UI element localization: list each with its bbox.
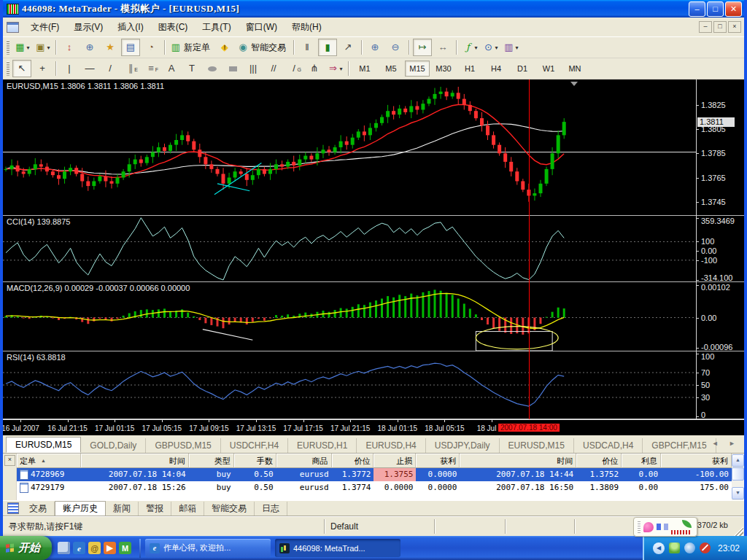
chart-line-button[interactable]: ↗ <box>338 39 357 56</box>
text-label-button[interactable]: T <box>182 60 201 77</box>
taskbar-button-browser-window[interactable]: e作单心得, 欢迎拍... <box>145 539 271 557</box>
terminal-scrollbar[interactable]: ▲ ▼ <box>732 454 744 500</box>
templates-button[interactable]: ▥▾ <box>501 39 520 56</box>
hide-icons-chevron-icon[interactable]: ◀ <box>653 542 665 554</box>
hline-button[interactable]: — <box>80 60 99 77</box>
ime-floatbar[interactable] <box>633 517 697 537</box>
menu-item-view[interactable]: 显示(V) <box>66 19 110 36</box>
chart-tab-usdcad-h4[interactable]: USDCAD,H4 <box>574 438 643 453</box>
chart-tab-eurusd-m15[interactable]: EURUSD,M15 <box>6 437 81 453</box>
parallel-lines-button[interactable]: // <box>264 60 283 77</box>
ime-keyboard-icon[interactable] <box>664 524 668 530</box>
terminal-close-icon[interactable]: × <box>4 455 15 466</box>
menu-item-help[interactable]: 帮助(H) <box>285 19 329 36</box>
column-header-4[interactable]: 商品 <box>276 454 332 468</box>
timeframe-d1-button[interactable]: D1 <box>510 61 535 77</box>
chart-tab-gbpchf-m15[interactable]: GBPCHF,M15 <box>643 438 716 453</box>
column-header-3[interactable]: 手数 <box>234 454 276 468</box>
taskbar-button-metatrader-window[interactable]: 446098: MetaTrad... <box>275 539 400 557</box>
media-player-icon[interactable]: ▶ <box>104 542 116 554</box>
timeframe-m5-button[interactable]: M5 <box>379 61 403 77</box>
column-header-1[interactable]: 时间 <box>81 454 189 468</box>
menu-item-tools[interactable]: 工具(T) <box>195 19 238 36</box>
menu-item-charts[interactable]: 图表(C) <box>151 19 196 36</box>
chart-bars-button[interactable]: ‖ <box>298 39 317 56</box>
data-window-button[interactable]: ⊕ <box>80 39 99 56</box>
menu-item-insert[interactable]: 插入(I) <box>110 19 150 36</box>
arrows-button[interactable]: ⇒▾ <box>325 60 344 77</box>
chart-tab-eurusd-m15[interactable]: EURUSD,M15 <box>500 438 574 453</box>
column-header-8[interactable]: 时间 <box>460 454 576 468</box>
cursor-button[interactable]: ↖ <box>12 60 31 77</box>
zoom-out-button[interactable]: ⊖ <box>386 39 405 56</box>
scroll-thumb[interactable] <box>732 467 744 481</box>
order-row-4728969[interactable]: 47289692007.07.18 14:04buy0.50eurusd1.37… <box>17 468 732 481</box>
chart-tabs-scroll-icons[interactable]: ◄ ► <box>712 440 740 447</box>
column-header-5[interactable]: 价位 <box>332 454 374 468</box>
column-header-2[interactable]: 类型 <box>189 454 234 468</box>
messenger-icon[interactable]: M <box>119 542 131 554</box>
fibonacci-button[interactable]: ≡F <box>142 60 160 77</box>
child-restore-button[interactable]: □ <box>713 21 727 33</box>
offline-phone-tray-icon[interactable] <box>700 542 711 553</box>
chart-tab-usdjpy-daily[interactable]: USDJPY,Daily <box>426 438 500 453</box>
child-close-button[interactable]: × <box>728 21 741 33</box>
gann-line-button[interactable]: /G <box>285 60 303 77</box>
andrews-pitchfork-button[interactable]: ⋔ <box>305 60 324 77</box>
timeframe-h4-button[interactable]: H4 <box>484 61 508 77</box>
menu-item-window[interactable]: 窗口(W) <box>239 19 285 36</box>
equidistant-channel-button[interactable]: ∥E <box>121 60 140 77</box>
restore-button[interactable]: □ <box>707 1 724 17</box>
indicators-button[interactable]: ƒ▾ <box>460 39 479 56</box>
panel-separator[interactable] <box>3 281 744 282</box>
child-minimize-button[interactable]: – <box>699 21 712 33</box>
chart-tab-usdchf-h4[interactable]: USDCHF,H4 <box>221 438 288 453</box>
timeframe-w1-button[interactable]: W1 <box>536 61 561 77</box>
terminal-tab-news[interactable]: 新闻 <box>106 502 139 516</box>
rectangle-button[interactable] <box>223 60 242 77</box>
periods-button[interactable]: ⊙▾ <box>481 39 500 56</box>
messenger-tray-icon[interactable] <box>669 542 680 553</box>
profiles-button[interactable]: ▣▾ <box>33 39 52 56</box>
chart-tab-gold-daily[interactable]: GOLD,Daily <box>81 438 146 453</box>
panel-separator[interactable] <box>3 215 744 216</box>
resize-grip[interactable] <box>734 526 743 536</box>
timeframe-m15-button[interactable]: M15 <box>405 61 430 77</box>
terminal-tab-experts[interactable]: 智能交易 <box>204 502 255 516</box>
minimize-button[interactable]: ‒ <box>689 1 705 17</box>
text-button[interactable]: A <box>162 60 181 77</box>
strategy-tester-button[interactable]: ◔ <box>142 39 160 56</box>
app-tray-icon[interactable] <box>684 542 695 553</box>
chart-tab-eurusd-h1[interactable]: EURUSD,H1 <box>288 438 357 453</box>
column-header-10[interactable]: 利息 <box>622 454 661 468</box>
ime-sprout-icon[interactable] <box>682 520 692 528</box>
scroll-down-icon[interactable]: ▼ <box>732 487 744 499</box>
outlook-icon[interactable]: @ <box>88 542 101 554</box>
column-header-0[interactable]: 定单▲ <box>17 454 81 468</box>
metaeditor-button[interactable]: ◆! <box>215 39 234 56</box>
zoom-in-button[interactable]: ⊕ <box>365 39 384 56</box>
column-header-11[interactable]: 获利 <box>661 454 732 468</box>
terminal-tab-account-history[interactable]: 账户历史 <box>55 501 106 516</box>
timeframe-m30-button[interactable]: M30 <box>431 61 456 77</box>
scroll-up-icon[interactable]: ▲ <box>732 454 744 467</box>
internet-explorer-icon[interactable]: e <box>73 542 85 554</box>
column-header-7[interactable]: 获利 <box>416 454 460 468</box>
timeframe-h1-button[interactable]: H1 <box>457 61 482 77</box>
ime-logo-icon[interactable] <box>643 522 654 532</box>
chart-candles-button[interactable]: ▮ <box>318 39 337 56</box>
market-watch-button[interactable]: ↕ <box>60 39 79 56</box>
terminal-tab-trade[interactable]: 交易 <box>22 502 55 516</box>
column-header-6[interactable]: 止损 <box>374 454 416 468</box>
terminal-button[interactable]: ▤ <box>121 39 140 56</box>
order-row-4729179[interactable]: 47291792007.07.18 15:26buy0.50eurusd1.37… <box>17 481 732 494</box>
terminal-tab-journal[interactable]: 日志 <box>255 502 287 516</box>
show-desktop-icon[interactable] <box>58 542 70 554</box>
start-button[interactable]: 开始 <box>0 536 52 560</box>
panel-separator[interactable] <box>3 351 744 351</box>
vline-button[interactable]: | <box>60 60 79 77</box>
trendline-button[interactable]: / <box>101 60 120 77</box>
timeframe-mn-button[interactable]: MN <box>562 61 587 77</box>
navigator-button[interactable]: ★ <box>101 39 120 56</box>
close-button[interactable]: ✕ <box>725 1 742 17</box>
